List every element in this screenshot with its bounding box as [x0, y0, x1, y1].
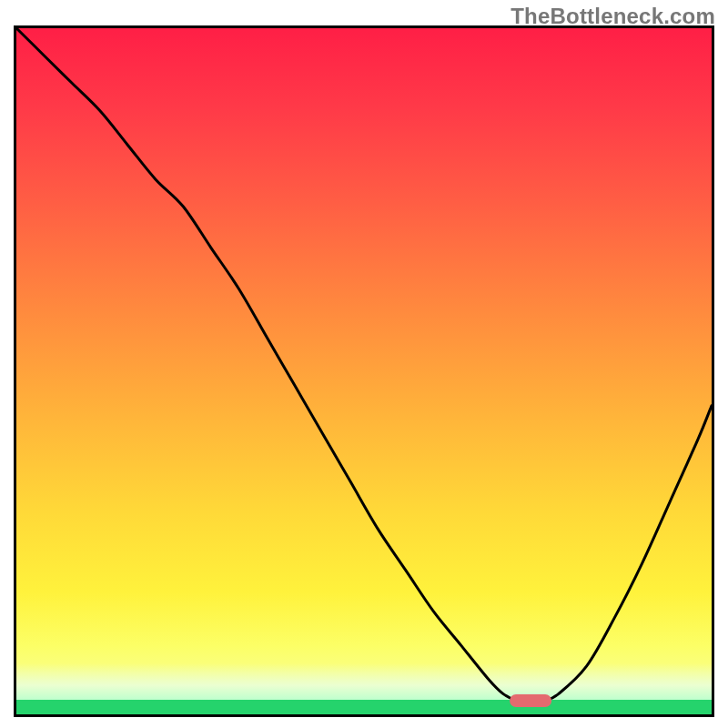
plot-area	[16, 28, 712, 714]
optimal-marker	[510, 694, 551, 707]
plot-frame	[14, 25, 714, 717]
chart-container: TheBottleneck.com	[0, 0, 728, 728]
watermark-text: TheBottleneck.com	[511, 4, 715, 29]
bottleneck-curve	[16, 28, 712, 714]
